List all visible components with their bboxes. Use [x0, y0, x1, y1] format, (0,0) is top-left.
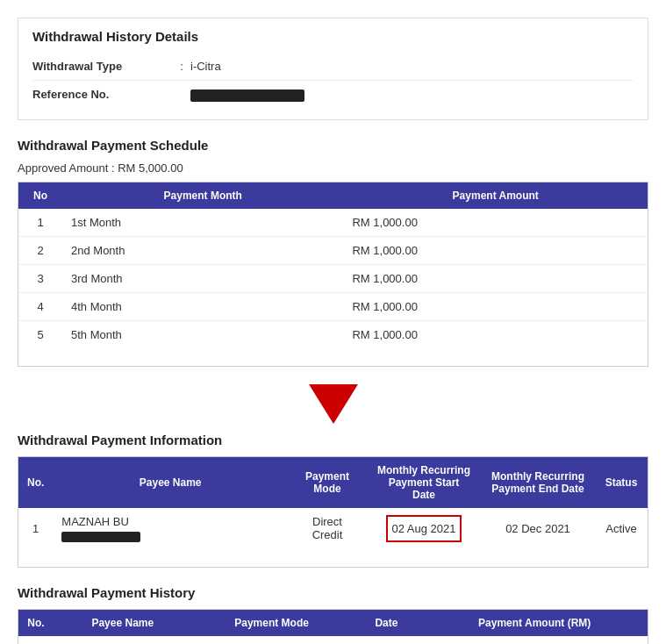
table-row: 4 4th Month RM 1,000.00	[18, 292, 648, 320]
withdrawal-payment-schedule-title: Withdrawal Payment Schedule	[18, 138, 648, 153]
withdrawal-payment-schedule-section: Withdrawal Payment Schedule Approved Amo…	[18, 138, 648, 367]
cell-month: 1st Month	[62, 209, 343, 237]
table-row: 2 2nd Month RM 1,000.00	[18, 236, 648, 264]
col-end-date: Monthly Recurring Payment End Date	[481, 457, 595, 508]
withdrawal-history-details-title: Withdrawal History Details	[32, 29, 634, 44]
col-payment-amount2: Payment Amount (RM)	[421, 610, 648, 636]
payment-history-table-container: No. Payee Name Payment Mode Date Payment…	[18, 609, 648, 644]
withdrawal-type-value: i-Citra	[190, 60, 634, 73]
withdrawal-payment-information-section: Withdrawal Payment Information No. Payee…	[18, 433, 648, 568]
table-row: 3 3rd Month RM 1,000.00	[18, 264, 648, 292]
withdrawal-payment-history-title: Withdrawal Payment History	[18, 585, 648, 600]
col-status: Status	[595, 457, 648, 508]
cell-end-date: 02 Dec 2021	[481, 508, 595, 549]
col-payee-name2: Payee Name	[54, 610, 192, 636]
withdrawal-type-row: Withdrawal Type : i-Citra	[32, 53, 634, 81]
table-row: 5 5th Month RM 1,000.00	[18, 320, 648, 348]
approved-amount: Approved Amount : RM 5,000.00	[18, 161, 648, 175]
col-no2: No.	[18, 457, 53, 508]
cell-amount: RM 1,000.00	[343, 320, 648, 348]
withdrawal-payment-information-title: Withdrawal Payment Information	[18, 433, 648, 447]
payee-name-text: MAZNAH BU	[61, 515, 129, 528]
cell-month: 4th Month	[62, 292, 343, 320]
reference-no-row: Reference No.	[32, 81, 634, 109]
col-date: Date	[351, 610, 421, 636]
withdrawal-history-details-section: Withdrawal History Details Withdrawal Ty…	[18, 18, 648, 120]
cell-no: 1	[18, 209, 62, 237]
col-payee-name: Payee Name	[53, 457, 288, 508]
payment-history-header-row: No. Payee Name Payment Mode Date Payment…	[18, 610, 648, 636]
cell-no: 5	[18, 320, 62, 348]
payment-info-table: No. Payee Name Payment Mode Monthly Recu…	[18, 457, 648, 549]
payment-schedule-table-container: No Payment Month Payment Amount 1 1st Mo…	[18, 182, 648, 367]
payment-history-table: No. Payee Name Payment Mode Date Payment…	[18, 610, 648, 636]
payment-info-header-row: No. Payee Name Payment Mode Monthly Recu…	[18, 457, 648, 508]
withdrawal-payment-history-section: Withdrawal Payment History No. Payee Nam…	[18, 585, 648, 644]
cell-no: 4	[18, 292, 62, 320]
cell-amount: RM 1,000.00	[343, 236, 648, 264]
reference-no-value	[190, 88, 634, 102]
cell-month: 2nd Month	[62, 236, 343, 264]
cell-amount: RM 1,000.00	[343, 209, 648, 237]
cell-payee-name: MAZNAH BU	[53, 508, 288, 549]
cell-payment-mode: Direct Credit	[288, 508, 367, 549]
payee-redacted-bar	[61, 532, 140, 542]
cell-amount: RM 1,000.00	[343, 264, 648, 292]
arrow-container	[18, 384, 648, 424]
withdrawal-type-label: Withdrawal Type	[32, 60, 173, 73]
cell-start-date: 02 Aug 2021	[367, 508, 481, 549]
reference-no-label: Reference No.	[32, 88, 173, 101]
cell-no: 2	[18, 236, 62, 264]
col-payment-month: Payment Month	[62, 182, 343, 209]
cell-month: 5th Month	[62, 320, 343, 348]
separator: :	[173, 60, 190, 73]
reference-redacted-bar	[190, 89, 304, 102]
payment-schedule-table: No Payment Month Payment Amount 1 1st Mo…	[18, 182, 648, 348]
cell-month: 3rd Month	[62, 264, 343, 292]
payment-info-table-container: No. Payee Name Payment Mode Monthly Recu…	[18, 456, 648, 568]
col-no: No	[18, 182, 62, 209]
cell-status: Active	[595, 508, 648, 549]
col-payment-mode: Payment Mode	[288, 457, 367, 508]
table-row: 1 1st Month RM 1,000.00	[18, 209, 648, 237]
cell-amount: RM 1,000.00	[343, 292, 648, 320]
col-payment-amount: Payment Amount	[343, 182, 648, 209]
col-start-date: Monthly Recurring Payment Start Date	[367, 457, 481, 508]
cell-no: 3	[18, 264, 62, 292]
table-row: 1 MAZNAH BU Direct Credit 02 Aug 2021 02…	[18, 508, 648, 549]
cell-no: 1	[18, 508, 53, 549]
payment-schedule-header-row: No Payment Month Payment Amount	[18, 182, 648, 209]
col-payment-mode2: Payment Mode	[192, 610, 352, 636]
down-arrow-icon	[309, 384, 358, 424]
col-no3: No.	[18, 610, 54, 636]
